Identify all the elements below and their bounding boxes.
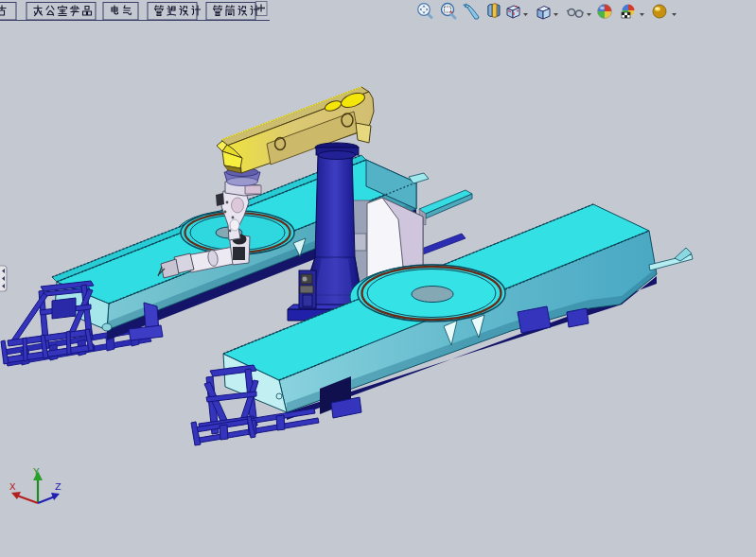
svg-text:Z: Z (55, 481, 62, 493)
svg-text:X: X (9, 481, 16, 493)
svg-text:Y: Y (33, 466, 40, 478)
